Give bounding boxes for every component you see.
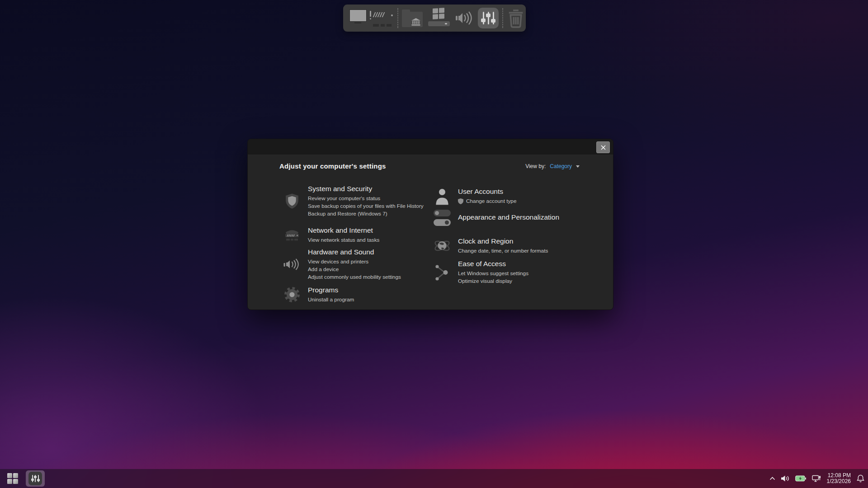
system-tray: 12:08 PM 1/23/2026 [769, 469, 864, 488]
category-title-link[interactable]: Programs [308, 286, 354, 295]
category-title-link[interactable]: System and Security [308, 184, 424, 193]
task-link[interactable]: Let Windows suggest settings [458, 270, 528, 277]
category-title-link[interactable]: Ease of Access [458, 259, 528, 268]
dock-group-trash [507, 8, 525, 28]
close-icon [601, 145, 606, 150]
network-icon [283, 228, 301, 242]
task-link[interactable]: Change account type [466, 197, 517, 205]
recycle-bin-icon[interactable] [507, 8, 525, 28]
close-button[interactable] [596, 141, 610, 153]
dock-separator [502, 8, 503, 28]
task-link[interactable]: Save backup copies of your files with Fi… [308, 202, 424, 210]
task-link[interactable]: View devices and printers [308, 258, 401, 266]
category-user-accounts: User Accounts Change account type [433, 187, 517, 205]
volume-icon[interactable] [455, 10, 473, 26]
clock[interactable]: 12:08 PM 1/23/2026 [827, 473, 851, 485]
uac-shield-icon [458, 198, 463, 204]
tray-date: 1/23/2026 [827, 479, 851, 485]
category-appearance-and-personalization: Appearance and Personalization [433, 210, 559, 226]
category-clock-and-region: Clock and Region Change date, time, or n… [433, 237, 548, 255]
gear-icon [283, 286, 301, 303]
shield-icon [283, 193, 301, 209]
category-title-link[interactable]: Network and Internet [308, 226, 379, 235]
bank-glyph [411, 18, 421, 26]
task-link[interactable]: View network status and tasks [308, 236, 379, 244]
page-title: Adjust your computer's settings [279, 162, 386, 170]
task-link[interactable]: Adjust commonly used mobility settings [308, 273, 401, 281]
bell-icon[interactable] [857, 474, 864, 483]
task-link[interactable]: Optimize visual display [458, 277, 528, 285]
task-link-uac: Change account type [458, 197, 517, 205]
display-status-icon[interactable] [349, 8, 394, 28]
taskbar-app-control-panel[interactable] [26, 470, 45, 487]
category-title-link[interactable]: Hardware and Sound [308, 248, 401, 257]
task-link[interactable]: Review your computer's status [308, 195, 424, 202]
mixer-icon[interactable] [478, 8, 499, 28]
category-title-link[interactable]: Appearance and Personalization [458, 213, 559, 222]
taskbar: 12:08 PM 1/23/2026 [0, 469, 868, 488]
titlebar[interactable] [248, 139, 613, 155]
battery-charging-icon[interactable] [795, 475, 806, 482]
volume-icon[interactable] [781, 475, 789, 482]
category-system-and-security: System and Security Review your computer… [283, 184, 424, 218]
globe-icon [433, 238, 451, 254]
task-link[interactable]: Change date, time, or number formats [458, 247, 548, 255]
toggles-icon [433, 210, 451, 226]
category-network-and-internet: Network and Internet View network status… [283, 226, 379, 244]
tray-time: 12:08 PM [827, 473, 851, 479]
view-by-dropdown[interactable]: Category [550, 163, 572, 169]
chevron-down-icon[interactable] [576, 165, 580, 168]
dock-group-display [349, 8, 394, 28]
control-panel-window: Adjust your computer's settings View by:… [247, 139, 613, 310]
user-icon [433, 187, 451, 205]
dock-group-apps [402, 8, 499, 28]
category-title-link[interactable]: User Accounts [458, 187, 517, 196]
category-title-link[interactable]: Clock and Region [458, 237, 548, 246]
category-ease-of-access: Ease of Access Let Windows suggest setti… [433, 259, 528, 285]
folder-institution-icon[interactable] [402, 12, 423, 27]
speaker-icon [283, 257, 301, 272]
chevron-up-icon[interactable] [769, 477, 775, 480]
windows-drive-icon[interactable] [427, 8, 451, 28]
view-by-control: View by: Category [525, 163, 580, 169]
accessibility-icon [433, 263, 451, 282]
task-link[interactable]: Add a device [308, 266, 401, 273]
windows-logo-icon [7, 473, 18, 484]
mixer-icon [28, 472, 42, 485]
task-link[interactable]: Backup and Restore (Windows 7) [308, 210, 424, 218]
dock-separator [397, 8, 398, 28]
start-button[interactable] [3, 469, 23, 488]
top-dock [343, 5, 526, 32]
view-by-label: View by: [525, 163, 546, 169]
category-programs: Programs Uninstall a program [283, 286, 354, 304]
task-link[interactable]: Uninstall a program [308, 296, 354, 304]
category-hardware-and-sound: Hardware and Sound View devices and prin… [283, 248, 401, 281]
network-display-icon[interactable] [812, 475, 821, 482]
